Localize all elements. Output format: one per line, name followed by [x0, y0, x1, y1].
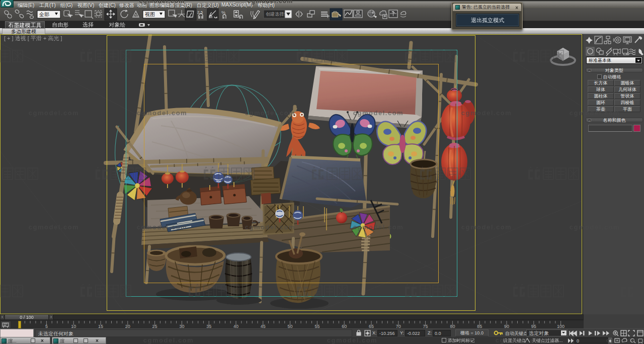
svg-text:25: 25: [152, 324, 157, 329]
svg-text:100: 100: [557, 324, 565, 329]
svg-text:40: 40: [233, 324, 238, 329]
svg-text:45: 45: [261, 324, 266, 329]
svg-text:95: 95: [531, 324, 536, 329]
svg-text:85: 85: [477, 324, 482, 329]
svg-text:60: 60: [342, 324, 347, 329]
svg-text:5: 5: [45, 324, 48, 329]
svg-text:10: 10: [71, 324, 76, 329]
svg-text:全部: 全部: [39, 12, 49, 17]
svg-text:15: 15: [98, 324, 103, 329]
svg-text:55: 55: [314, 324, 319, 329]
svg-text:90: 90: [504, 324, 509, 329]
svg-text:75: 75: [423, 324, 428, 329]
svg-text:35: 35: [206, 324, 211, 329]
svg-text:50: 50: [288, 324, 293, 329]
svg-text:70: 70: [396, 324, 401, 329]
svg-text:30: 30: [179, 324, 184, 329]
svg-text:65: 65: [369, 324, 374, 329]
svg-text:[ + ] 透视 [ 平滑 + 高光 ]: [ + ] 透视 [ 平滑 + 高光 ]: [4, 35, 62, 41]
svg-text:80: 80: [450, 324, 455, 329]
svg-text:视图: 视图: [145, 12, 155, 17]
svg-text:20: 20: [125, 324, 130, 329]
